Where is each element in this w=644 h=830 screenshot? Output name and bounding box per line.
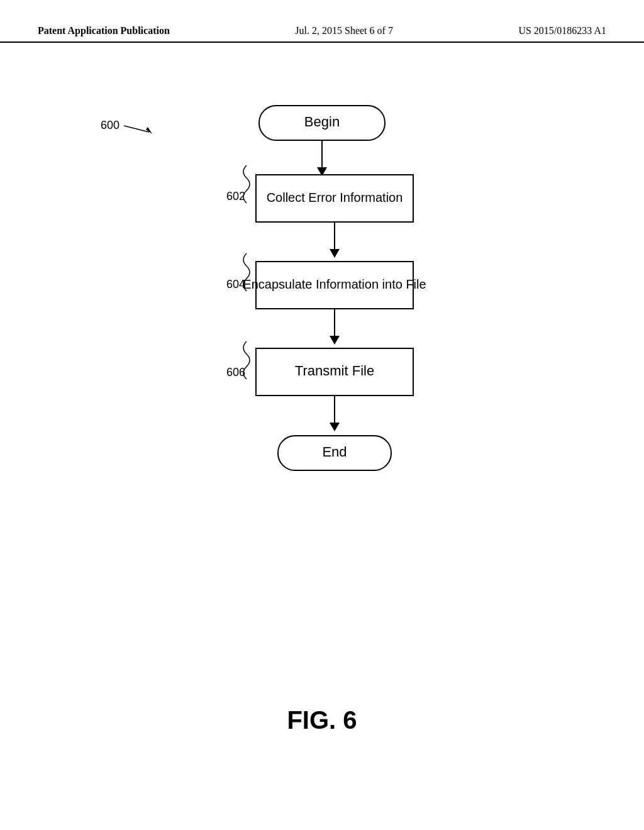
patent-number-label: US 2015/0186233 A1 bbox=[518, 25, 606, 36]
end-label: End bbox=[322, 444, 347, 460]
date-sheet-label: Jul. 2, 2015 Sheet 6 of 7 bbox=[295, 25, 393, 36]
begin-label: Begin bbox=[304, 114, 340, 130]
figure-label: FIG. 6 bbox=[287, 706, 357, 734]
step602-text: Collect Error Information bbox=[267, 191, 403, 204]
step606-label: 606 bbox=[226, 366, 245, 379]
svg-marker-7 bbox=[330, 249, 340, 258]
step606-text: Transmit File bbox=[295, 363, 374, 379]
publication-label: Patent Application Publication bbox=[38, 25, 170, 36]
svg-marker-10 bbox=[330, 336, 340, 345]
page-header: Patent Application Publication Jul. 2, 2… bbox=[0, 0, 644, 43]
flowchart-svg: Begin 602 Collect Error Information 604 … bbox=[146, 93, 498, 584]
step604-text: Encapsulate Information into File bbox=[243, 277, 426, 291]
step602-label: 602 bbox=[226, 190, 245, 202]
diagram-area: 600 Begin 602 Collect Error Information … bbox=[0, 43, 644, 772]
svg-marker-13 bbox=[330, 423, 340, 431]
